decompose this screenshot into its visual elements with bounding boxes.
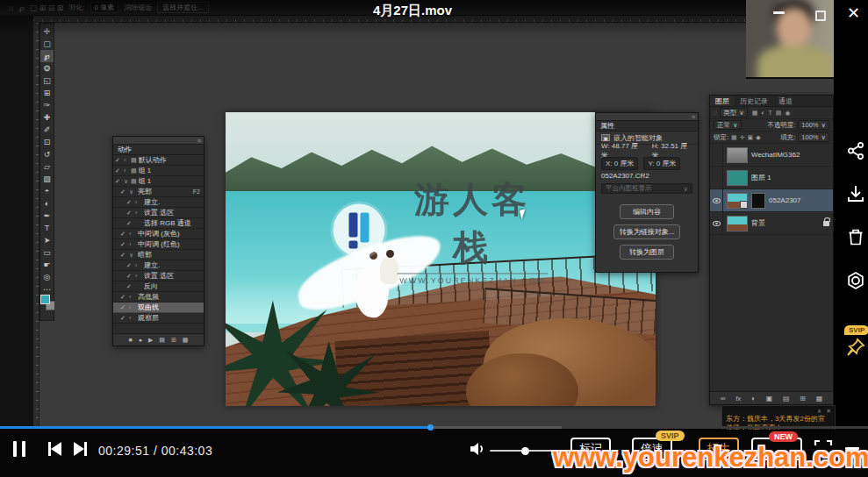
y-input[interactable]: Y: 0 厘米 bbox=[643, 157, 680, 170]
action-check-icon[interactable]: ✓ bbox=[120, 294, 127, 301]
expand-arrow-icon[interactable]: › bbox=[129, 304, 134, 310]
action-check-icon[interactable]: ✓ bbox=[120, 304, 127, 311]
record-icon[interactable]: ● bbox=[139, 337, 142, 343]
photo-document[interactable]: 游人客栈 WWW.YOURENKEZHAN.COM bbox=[226, 112, 656, 406]
action-row[interactable]: ✓ › 中间调 (红色) bbox=[113, 239, 204, 250]
type-filter-icon[interactable]: T bbox=[769, 110, 772, 117]
seek-knob[interactable] bbox=[427, 424, 434, 431]
action-check-icon[interactable]: ✓ bbox=[126, 262, 133, 269]
expand-arrow-icon[interactable]: › bbox=[124, 167, 129, 174]
link-layers-icon[interactable]: ∞ bbox=[721, 395, 726, 402]
play-icon[interactable]: ▶ bbox=[148, 337, 153, 344]
action-check-icon[interactable]: ✓ bbox=[115, 178, 122, 185]
panel-menu-icon[interactable]: ≡ bbox=[197, 138, 201, 144]
action-check-icon[interactable]: ✓ bbox=[120, 241, 127, 248]
expand-arrow-icon[interactable]: › bbox=[129, 315, 134, 321]
layer-row[interactable]: 052A2307 bbox=[710, 189, 833, 212]
gradient-tool[interactable]: ▨ bbox=[40, 173, 54, 185]
action-row[interactable]: ✓ › 建立. bbox=[113, 260, 204, 271]
pen-tool[interactable]: ✒ bbox=[40, 210, 54, 222]
lock-artboard-icon[interactable]: ▣ bbox=[748, 134, 754, 141]
new-set-icon[interactable]: ▤ bbox=[159, 337, 165, 344]
pixel-filter-icon[interactable]: ▦ bbox=[752, 110, 758, 117]
edit-toolbar-icon[interactable]: ⋯ bbox=[40, 283, 54, 295]
layer-row[interactable]: WechatIMG362 bbox=[710, 144, 833, 167]
pause-button[interactable] bbox=[13, 441, 25, 457]
smart-filter-icon[interactable]: ◉ bbox=[785, 110, 790, 117]
panel-tab[interactable]: 图层 bbox=[710, 96, 735, 106]
visibility-toggle[interactable] bbox=[710, 144, 723, 166]
visibility-toggle[interactable] bbox=[710, 212, 723, 234]
frame-tool[interactable]: ⊞ bbox=[40, 87, 54, 99]
volume-knob[interactable] bbox=[521, 447, 529, 455]
action-row[interactable]: ✓ › 双曲线 bbox=[113, 303, 204, 313]
minimize-button[interactable] bbox=[773, 11, 785, 14]
close-button[interactable]: ✕ bbox=[847, 5, 860, 21]
properties-tab[interactable]: 属性 bbox=[596, 121, 698, 132]
hand-tool[interactable]: ☛ bbox=[40, 259, 54, 271]
expand-arrow-icon[interactable]: ∨ bbox=[129, 189, 134, 196]
expand-arrow-icon[interactable]: › bbox=[129, 241, 134, 247]
eraser-tool[interactable]: ▱ bbox=[40, 160, 54, 173]
chat-close-icon[interactable]: ✕ bbox=[826, 408, 831, 415]
panel-tab[interactable]: 通道 bbox=[773, 96, 798, 106]
quick-select-tool[interactable]: ❂ bbox=[40, 62, 54, 75]
fill-dropdown[interactable]: 100%∨ bbox=[798, 132, 829, 142]
foreground-color-swatch[interactable] bbox=[40, 295, 50, 304]
chat-collapse-icon[interactable]: ∧ bbox=[817, 408, 821, 415]
panel-menu-icon[interactable]: ≡ bbox=[692, 114, 695, 120]
action-row[interactable]: ✓ › 高低频 bbox=[113, 292, 204, 303]
visibility-toggle[interactable] bbox=[710, 189, 723, 211]
action-row[interactable]: ✓ › ▤ 组 1 bbox=[113, 166, 204, 176]
crop-tool[interactable]: ◱ bbox=[40, 75, 54, 87]
history-brush-tool[interactable]: ↺ bbox=[40, 148, 54, 160]
actions-tab[interactable]: 动作 bbox=[113, 145, 204, 155]
action-check-icon[interactable]: ✓ bbox=[126, 273, 133, 280]
layer-thumbnail[interactable] bbox=[727, 216, 748, 231]
visibility-toggle[interactable] bbox=[710, 167, 723, 189]
eyedropper-tool[interactable]: ✑ bbox=[40, 99, 54, 111]
properties-dropdown[interactable]: 平台内图框显示 ∨ bbox=[601, 183, 692, 194]
action-check-icon[interactable]: ✓ bbox=[120, 189, 127, 196]
expand-arrow-icon[interactable]: › bbox=[124, 157, 129, 163]
action-row[interactable]: ✓ › 中间调 (灰色) bbox=[113, 229, 204, 239]
volume-icon[interactable] bbox=[469, 441, 486, 457]
trash-icon[interactable] bbox=[843, 224, 868, 249]
zoom-tool[interactable]: ◎ bbox=[40, 271, 54, 283]
properties-action-button[interactable]: 编辑内容 bbox=[620, 204, 674, 219]
action-check-icon[interactable]: ✓ bbox=[120, 252, 127, 259]
marquee-tool[interactable]: ▢ bbox=[40, 38, 54, 50]
expand-arrow-icon[interactable]: ∨ bbox=[124, 178, 129, 185]
pin-icon[interactable] bbox=[843, 335, 868, 360]
type-tool[interactable]: T bbox=[40, 222, 54, 234]
delete-icon[interactable]: ▦ bbox=[183, 337, 189, 344]
move-tool[interactable]: ✛ bbox=[40, 25, 54, 38]
opacity-dropdown[interactable]: 100%∨ bbox=[798, 120, 829, 130]
record-icon[interactable] bbox=[843, 268, 868, 293]
delete-layer-icon[interactable]: ▦ bbox=[816, 395, 823, 402]
expand-arrow-icon[interactable]: › bbox=[135, 199, 140, 205]
action-check-icon[interactable]: ✓ bbox=[120, 315, 127, 322]
action-row[interactable]: ✓ ∨ ▤ 组 1 bbox=[113, 176, 204, 187]
group-filter-icon[interactable]: ▤ bbox=[776, 110, 782, 117]
new-action-icon[interactable]: ⊞ bbox=[171, 337, 176, 344]
healing-brush-tool[interactable]: ✚ bbox=[40, 111, 54, 124]
maximize-button[interactable] bbox=[815, 11, 826, 21]
x-input[interactable]: X: 0 厘米 bbox=[601, 157, 638, 170]
expand-arrow-icon[interactable]: › bbox=[135, 262, 140, 268]
expand-arrow-icon[interactable]: › bbox=[135, 210, 140, 216]
lock-position-icon[interactable]: ✛ bbox=[740, 134, 745, 141]
action-row[interactable]: ✓ › 观察层 bbox=[113, 313, 204, 324]
blend-mode-dropdown[interactable]: 正常 ∨ bbox=[714, 120, 742, 130]
layer-row[interactable]: 背景 bbox=[710, 212, 833, 235]
layer-thumbnail[interactable] bbox=[727, 193, 748, 209]
download-icon[interactable] bbox=[843, 182, 868, 206]
action-row[interactable]: ✓ ∨ 亮部 F2 bbox=[113, 187, 204, 197]
lasso-tool[interactable]: ℘ bbox=[40, 50, 54, 62]
lock-all-icon[interactable]: ◆ bbox=[756, 134, 760, 141]
expand-arrow-icon[interactable]: ∨ bbox=[129, 252, 134, 259]
action-row[interactable]: ✓ › ▤ 默认动作 bbox=[113, 155, 204, 166]
adjustment-filter-icon[interactable]: ◐ bbox=[761, 110, 764, 117]
action-check-icon[interactable]: ✓ bbox=[115, 157, 122, 164]
action-check-icon[interactable]: ✓ bbox=[120, 231, 127, 238]
